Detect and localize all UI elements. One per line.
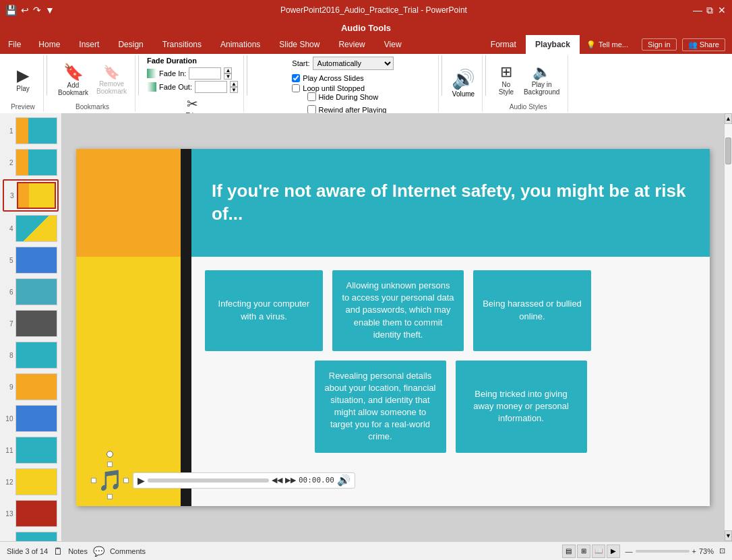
loop-until-stopped-checkbox[interactable] [292,84,300,92]
customize-qat-button[interactable]: ▼ [45,5,55,15]
hide-during-show-checkbox[interactable] [307,92,316,101]
tab-home[interactable]: Home [29,35,69,54]
remove-bookmark-button[interactable]: 🔖 RemoveBookmark [94,63,129,96]
tab-playback[interactable]: Playback [526,35,580,54]
tab-insert[interactable]: Insert [69,35,109,54]
slide-thumb-7[interactable]: 7 [3,309,59,338]
fade-in-label: Fade In: [159,69,186,77]
content-card-4[interactable]: Revealing personal details about your lo… [315,361,446,453]
save-button[interactable]: 💾 [5,5,17,15]
volume-button[interactable]: 🔊 Volume [450,67,477,99]
handle-right[interactable] [123,478,129,483]
player-play-button[interactable]: ▶ [138,475,145,486]
tab-slideshow[interactable]: Slide Show [270,35,329,54]
tab-transitions[interactable]: Transitions [153,35,211,54]
content-card-3[interactable]: Being harassed or bullied online. [473,270,591,351]
loop-until-stopped-text: Loop until Stopped [303,84,365,92]
slide-thumb-12[interactable]: 12 [3,467,59,497]
slide-thumb-6[interactable]: 6 [3,277,59,307]
no-style-label: NoStyle [499,81,514,96]
hide-during-show-label[interactable]: Hide During Show [307,92,387,101]
slide-thumb-11[interactable]: 11 [3,435,59,465]
slide-sorter-button[interactable]: ⊞ [577,545,590,558]
no-style-button[interactable]: ⊞ NoStyle [494,62,518,97]
slideshow-button[interactable]: ▶ [607,545,620,558]
zoom-out-icon[interactable]: — [626,547,633,555]
zoom-controls: — + 73% ⊡ [626,547,725,555]
play-across-slides-checkbox[interactable] [292,74,300,82]
fade-in-up[interactable]: ▲ [224,67,232,73]
share-button[interactable]: 👥 Share [682,38,725,51]
scroll-thumb[interactable] [725,137,731,164]
minimize-button[interactable]: — [693,5,702,15]
player-rewind-button[interactable]: ◀◀ [272,476,282,485]
tab-format[interactable]: Format [481,35,526,54]
ribbon-content: ▶ Play Preview 🔖 AddBookmark 🔖 RemoveBoo… [0,54,732,113]
fade-out-up[interactable]: ▲ [230,81,238,87]
start-select[interactable]: Automatically On Click In Click Sequence [313,57,394,70]
scroll-down-button[interactable]: ▼ [725,530,732,541]
slide-preview-11 [16,437,57,464]
comments-icon[interactable]: 💬 [93,546,104,557]
close-button[interactable]: ✕ [717,5,727,15]
restore-button[interactable]: ⧉ [705,5,714,15]
content-cards-row-1: Infecting your computer with a virus. Al… [205,270,696,351]
slide-thumb-10[interactable]: 10 [3,404,59,433]
player-volume-icon[interactable]: 🔊 [337,474,350,487]
slide-panel[interactable]: 1 2 3 4 5 6 7 8 [0,113,62,541]
tell-me-area[interactable]: 💡 Tell me... [580,35,635,54]
slide-thumb-3[interactable]: 3 [3,179,59,212]
fade-in-input[interactable]: 02.00 [189,67,221,80]
loop-until-stopped-label[interactable]: Loop until Stopped [292,84,365,92]
content-card-1[interactable]: Infecting your computer with a virus. [205,270,323,351]
normal-view-button[interactable]: ▤ [562,545,576,558]
tab-animations[interactable]: Animations [211,35,270,54]
tab-file[interactable]: File [0,35,29,54]
slide-thumb-2[interactable]: 2 [3,148,59,177]
vertical-scrollbar[interactable]: ▲ ▼ [724,113,732,541]
handle-bottom[interactable] [107,494,113,499]
fade-in-down[interactable]: ▼ [224,73,232,80]
notes-icon[interactable]: 🗒 [53,546,63,557]
handle-top[interactable] [107,462,113,467]
play-background-button[interactable]: 🔈 Play inBackground [521,62,562,97]
zoom-in-icon[interactable]: + [692,547,696,555]
content-card-5[interactable]: Being tricked into giving away money or … [456,361,587,453]
zoom-slider[interactable] [636,550,690,553]
signin-button2[interactable]: Sign in [642,38,677,51]
slide-thumb-4[interactable]: 4 [3,214,59,243]
comments-label[interactable]: Comments [110,547,146,555]
redo-button[interactable]: ↷ [33,5,41,15]
notes-label[interactable]: Notes [68,547,88,555]
play-across-slides-label[interactable]: Play Across Slides [292,74,363,82]
player-forward-button[interactable]: ▶▶ [285,476,296,485]
ribbon-group-audio-options: Start: Automatically On Click In Click S… [250,55,439,112]
audio-object[interactable]: 🎵 [90,460,130,501]
tab-view[interactable]: View [375,35,411,54]
fade-out-row: Fade Out: 08.00 ▲ ▼ [147,81,238,93]
fade-out-label: Fade Out: [159,83,192,91]
slide-thumb-14[interactable]: 14 [3,530,59,541]
slide-thumb-1[interactable]: 1 [3,116,59,146]
fade-in-icon [147,69,156,78]
content-card-2[interactable]: Allowing unknown persons to access your … [332,270,464,351]
tab-design[interactable]: Design [109,35,152,54]
undo-button[interactable]: ↩ [21,5,29,15]
volume-icon: 🔊 [452,68,475,90]
tab-review[interactable]: Review [329,35,374,54]
player-progress-bar[interactable] [148,478,269,483]
add-bookmark-button[interactable]: 🔖 AddBookmark [55,61,91,98]
fade-out-down[interactable]: ▼ [230,87,238,93]
fade-out-input[interactable]: 08.00 [195,81,227,93]
play-button[interactable]: ▶ Play [8,65,38,94]
slide-preview-1 [16,117,57,144]
rotate-handle[interactable] [106,451,113,458]
slide-thumb-5[interactable]: 5 [3,245,59,275]
handle-left[interactable] [91,478,96,483]
fit-slide-button[interactable]: ⊡ [719,547,725,555]
reading-view-button[interactable]: 📖 [592,545,605,558]
slide-thumb-13[interactable]: 13 [3,499,59,528]
slide-thumb-9[interactable]: 9 [3,372,59,402]
scroll-up-button[interactable]: ▲ [725,113,732,124]
slide-thumb-8[interactable]: 8 [3,340,59,370]
